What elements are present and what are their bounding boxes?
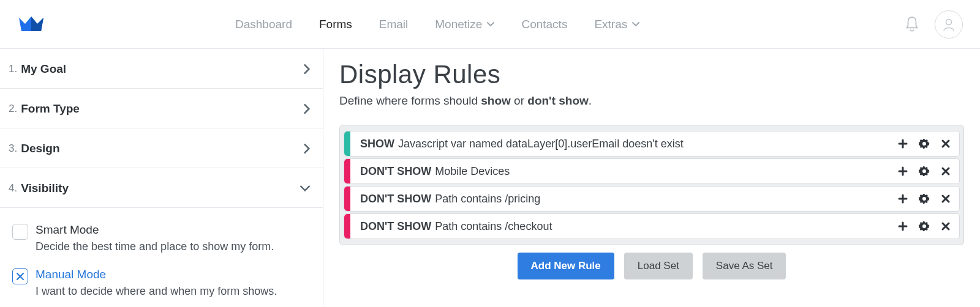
chevron-right-icon — [303, 103, 311, 114]
gear-icon[interactable] — [919, 166, 930, 177]
bell-icon[interactable] — [904, 15, 920, 34]
user-avatar[interactable] — [935, 10, 963, 39]
checkbox-unchecked[interactable] — [12, 224, 28, 240]
app-header: Dashboard Forms Email Monetize Contacts … — [0, 0, 980, 49]
brand-logo[interactable] — [17, 10, 45, 39]
gear-icon[interactable] — [919, 193, 930, 204]
step-label: My Goal — [21, 62, 66, 76]
page-title: Display Rules — [339, 60, 964, 89]
rule-stripe-hide — [344, 187, 350, 211]
gear-icon[interactable] — [919, 138, 930, 149]
rule-stripe-hide — [344, 214, 350, 239]
main-nav: Dashboard Forms Email Monetize Contacts … — [235, 18, 639, 31]
plus-icon[interactable] — [898, 221, 908, 231]
header-right — [904, 10, 963, 39]
close-icon[interactable] — [941, 166, 951, 176]
plus-icon[interactable] — [898, 139, 908, 149]
plus-icon[interactable] — [898, 166, 908, 176]
rule-row[interactable]: DON'T SHOW Mobile Devices — [344, 158, 960, 184]
step-num: 2. — [9, 103, 17, 115]
chevron-right-icon — [303, 143, 311, 154]
step-my-goal[interactable]: 1. My Goal — [0, 49, 323, 89]
close-icon[interactable] — [941, 221, 951, 231]
nav-contacts[interactable]: Contacts — [521, 18, 567, 31]
mode-smart[interactable]: Smart Mode Decide the best time and plac… — [12, 223, 313, 254]
step-num: 1. — [9, 63, 17, 75]
rule-stripe-show — [344, 131, 350, 156]
rules-container: SHOW Javascript var named dataLayer[0].u… — [339, 125, 964, 245]
plus-icon[interactable] — [898, 194, 908, 204]
x-icon — [15, 272, 25, 281]
close-icon[interactable] — [941, 194, 951, 204]
gear-icon[interactable] — [919, 221, 930, 232]
nav-dashboard[interactable]: Dashboard — [235, 18, 292, 31]
rule-stripe-hide — [344, 159, 350, 183]
mode-title: Smart Mode — [36, 223, 274, 237]
rule-row[interactable]: DON'T SHOW Path contains /pricing — [344, 186, 960, 212]
mode-desc: Decide the best time and place to show m… — [36, 240, 274, 254]
svg-point-0 — [946, 19, 952, 24]
step-label: Design — [21, 142, 59, 155]
step-num: 3. — [9, 142, 17, 155]
rule-row[interactable]: DON'T SHOW Path contains /checkout — [344, 213, 960, 239]
page-subtitle: Define where forms should show or don't … — [339, 94, 964, 108]
step-label: Visibility — [21, 182, 69, 195]
step-label: Form Type — [21, 102, 80, 116]
mode-manual[interactable]: Manual Mode I want to decide where and w… — [12, 267, 313, 298]
save-as-set-button[interactable]: Save As Set — [703, 253, 786, 279]
nav-monetize[interactable]: Monetize — [435, 18, 494, 31]
rule-text: DON'T SHOW Path contains /pricing — [350, 187, 889, 211]
mode-title: Manual Mode — [36, 267, 277, 282]
rule-row[interactable]: SHOW Javascript var named dataLayer[0].u… — [344, 131, 960, 157]
main-content: Display Rules Define where forms should … — [323, 49, 980, 307]
rule-text: DON'T SHOW Path contains /checkout — [350, 214, 889, 239]
checkbox-checked[interactable] — [12, 268, 28, 284]
step-design[interactable]: 3. Design — [0, 128, 323, 168]
chevron-right-icon — [303, 64, 311, 75]
close-icon[interactable] — [941, 139, 951, 149]
step-visibility[interactable]: 4. Visibility — [0, 168, 323, 208]
add-new-rule-button[interactable]: Add New Rule — [518, 253, 614, 279]
nav-extras[interactable]: Extras — [594, 18, 639, 31]
chevron-down-icon — [632, 22, 639, 27]
step-num: 4. — [9, 182, 17, 194]
chevron-down-icon — [300, 185, 311, 192]
chevron-down-icon — [487, 22, 494, 27]
rule-text: DON'T SHOW Mobile Devices — [350, 159, 889, 183]
load-set-button[interactable]: Load Set — [624, 253, 693, 279]
step-form-type[interactable]: 2. Form Type — [0, 89, 323, 128]
rule-actions — [889, 187, 959, 211]
rules-buttons: Add New Rule Load Set Save As Set — [339, 253, 964, 279]
rule-actions — [889, 214, 959, 239]
rule-text: SHOW Javascript var named dataLayer[0].u… — [350, 131, 889, 156]
rule-actions — [889, 131, 959, 156]
sidebar: 1. My Goal 2. Form Type 3. Design 4. Vis… — [0, 49, 323, 307]
mode-desc: I want to decide where and when my form … — [36, 284, 277, 298]
crown-icon — [18, 15, 45, 34]
nav-forms[interactable]: Forms — [319, 18, 352, 31]
nav-email[interactable]: Email — [379, 18, 409, 31]
user-icon — [941, 17, 956, 32]
visibility-modes: Smart Mode Decide the best time and plac… — [0, 208, 323, 307]
rule-actions — [889, 159, 959, 183]
